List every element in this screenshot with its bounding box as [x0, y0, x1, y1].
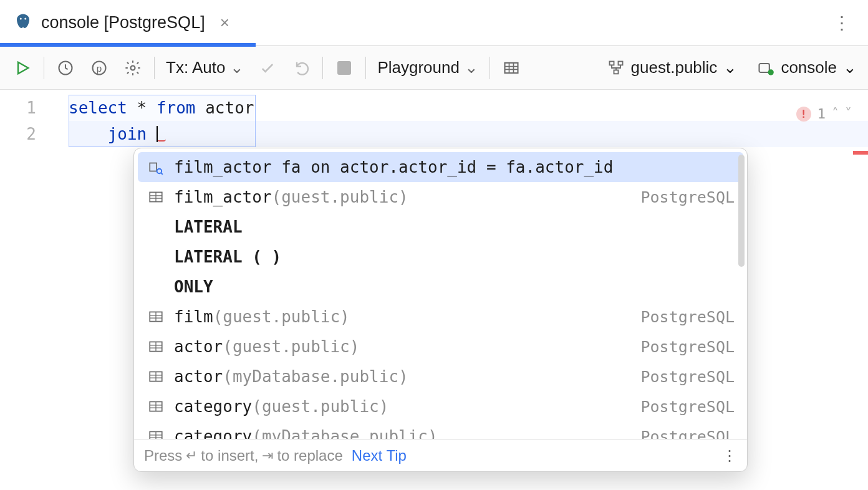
- completion-source: PostgreSQL: [640, 308, 735, 326]
- completion-text: actor (myDatabase.public): [174, 367, 632, 386]
- completion-footer: Press ↵ to insert, ⇥ to replace Next Tip…: [134, 439, 747, 471]
- completion-text: category (myDatabase.public): [174, 427, 632, 439]
- session-icon: [757, 59, 774, 77]
- table-icon: [147, 368, 165, 385]
- svg-rect-7: [609, 61, 614, 65]
- rollback-button[interactable]: [291, 58, 311, 78]
- svg-rect-8: [618, 61, 622, 65]
- table-icon: [147, 189, 165, 205]
- output-mode-selector[interactable]: Playground ⌄: [377, 58, 478, 77]
- svg-rect-10: [760, 64, 769, 72]
- table-view-button[interactable]: [501, 58, 521, 78]
- run-button[interactable]: [12, 58, 32, 78]
- completion-item[interactable]: film (guest.public)PostgreSQL: [138, 302, 743, 332]
- tx-mode-selector[interactable]: Tx: Auto ⌄: [166, 58, 244, 77]
- completion-text: film_actor (guest.public): [174, 188, 632, 206]
- schema-icon: [607, 59, 625, 77]
- smart-join-icon: [147, 159, 165, 175]
- separator: [489, 57, 490, 79]
- stop-button[interactable]: [334, 58, 354, 78]
- text-cursor: [157, 126, 158, 142]
- completion-popup: film_actor fa on actor.actor_id = fa.act…: [133, 148, 748, 472]
- separator: [322, 57, 323, 79]
- footer-hint: Press ↵ to insert, ⇥ to replace: [144, 447, 343, 464]
- postgres-icon: [14, 12, 32, 34]
- completion-text: LATERAL: [174, 218, 735, 236]
- completion-text: category (guest.public): [174, 397, 632, 416]
- completion-source: PostgreSQL: [640, 338, 735, 356]
- tab-bar: console [PostgreSQL] × ⋮: [0, 0, 868, 46]
- svg-point-5: [131, 65, 135, 70]
- chevron-down-icon: ⌄: [843, 58, 857, 77]
- history-button[interactable]: [55, 58, 75, 78]
- svg-rect-9: [614, 70, 618, 74]
- profile-button[interactable]: p: [89, 58, 109, 78]
- completion-item[interactable]: actor (guest.public)PostgreSQL: [138, 332, 743, 362]
- completion-source: PostgreSQL: [640, 428, 735, 440]
- svg-point-13: [157, 169, 162, 174]
- tab-title: console [PostgreSQL]: [41, 13, 205, 32]
- completion-text: film (guest.public): [174, 307, 632, 326]
- completion-item[interactable]: actor (myDatabase.public)PostgreSQL: [138, 362, 743, 392]
- chevron-down-icon: ⌄: [230, 58, 244, 77]
- completion-item[interactable]: film_actor (guest.public)PostgreSQL: [138, 182, 743, 212]
- query-toolbar: p Tx: Auto ⌄ Playground ⌄ guest.public ⌄: [0, 46, 868, 90]
- svg-point-11: [768, 69, 774, 75]
- separator: [44, 57, 44, 79]
- completion-text: film_actor fa on actor.actor_id = fa.act…: [174, 158, 735, 176]
- completion-item[interactable]: LATERAL ( ): [138, 242, 743, 272]
- tab-key-icon: ⇥: [262, 448, 273, 464]
- svg-rect-12: [150, 163, 157, 171]
- enter-key-icon: ↵: [186, 448, 197, 464]
- svg-point-1: [24, 17, 26, 19]
- completion-source: PostgreSQL: [640, 398, 735, 416]
- completion-item[interactable]: category (myDatabase.public)PostgreSQL: [138, 421, 743, 439]
- separator: [365, 57, 366, 79]
- close-tab-button[interactable]: ×: [220, 13, 229, 32]
- separator: [154, 57, 155, 79]
- table-icon: [147, 428, 165, 439]
- svg-text:p: p: [97, 62, 102, 73]
- table-icon: [147, 339, 165, 355]
- completion-source: PostgreSQL: [640, 188, 735, 206]
- session-selector[interactable]: console ⌄: [757, 58, 857, 77]
- table-icon: [147, 398, 165, 415]
- completion-item[interactable]: LATERAL: [138, 212, 743, 242]
- completion-text: actor (guest.public): [174, 337, 632, 356]
- next-tip-link[interactable]: Next Tip: [352, 447, 407, 464]
- tab-active-indicator: [0, 43, 256, 47]
- gutter: 1 2: [0, 90, 69, 490]
- completion-item[interactable]: film_actor fa on actor.actor_id = fa.act…: [138, 152, 743, 182]
- completion-item[interactable]: ONLY: [138, 272, 743, 302]
- svg-point-0: [20, 17, 22, 19]
- completion-item[interactable]: category (guest.public)PostgreSQL: [138, 392, 743, 421]
- svg-rect-6: [504, 62, 518, 72]
- chevron-down-icon: ⌄: [723, 58, 737, 77]
- line-number: 2: [0, 121, 69, 147]
- schema-selector[interactable]: guest.public ⌄: [607, 58, 738, 77]
- settings-button[interactable]: [123, 58, 143, 78]
- completion-list[interactable]: film_actor fa on actor.actor_id = fa.act…: [134, 148, 747, 439]
- tab-console[interactable]: console [PostgreSQL] ×: [0, 0, 246, 46]
- completion-text: ONLY: [174, 277, 735, 296]
- completion-source: PostgreSQL: [640, 368, 735, 386]
- chevron-down-icon: ⌄: [465, 58, 478, 77]
- scrollbar-thumb[interactable]: [738, 155, 745, 267]
- completion-text: LATERAL ( ): [174, 247, 735, 266]
- completion-menu-button[interactable]: ⋮: [722, 447, 737, 464]
- line-number: 1: [0, 95, 69, 121]
- table-icon: [147, 309, 165, 325]
- more-tabs-button[interactable]: ⋮: [833, 0, 851, 46]
- commit-button[interactable]: [258, 58, 277, 78]
- scrollbar-error-mark[interactable]: [853, 151, 868, 155]
